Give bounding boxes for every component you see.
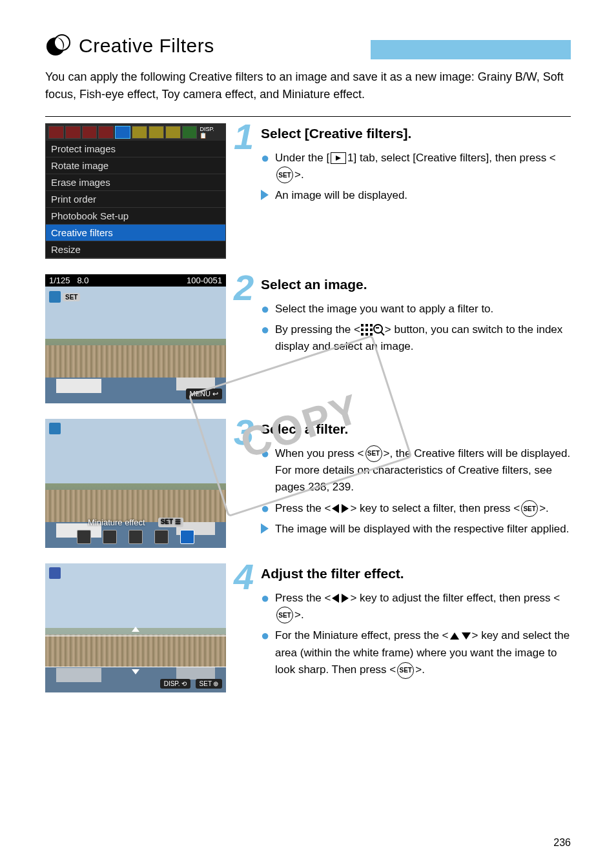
menu-item: Photobook Set-up: [46, 208, 225, 225]
screenshot-menu: DISP. 📋 Protect images Rotate image Eras…: [45, 123, 226, 259]
page-number: 236: [553, 837, 571, 849]
menu-tab-active: [115, 126, 130, 139]
bullet-text: Select the image you want to apply a fil…: [275, 301, 493, 318]
svg-marker-2: [336, 156, 341, 161]
set-button-icon: SET: [397, 662, 414, 679]
disp-label: DISP. 📋: [200, 126, 223, 139]
bullet-icon: ●: [261, 590, 270, 624]
bullet-icon: ●: [261, 150, 270, 184]
set-button-icon: SET: [276, 607, 293, 623]
bullet-icon: ●: [261, 321, 270, 356]
svg-point-1: [54, 35, 70, 50]
filter-badge-icon: [49, 291, 61, 303]
playback-icon: [331, 152, 346, 164]
filter-option-icon: [103, 530, 117, 544]
filter-option-icon: [128, 530, 143, 544]
step-title: Select an image.: [261, 274, 571, 296]
section-divider: [45, 116, 571, 117]
svg-marker-3: [261, 190, 269, 200]
up-key-icon: [450, 632, 459, 640]
step-title: Adjust the filter effect.: [261, 563, 571, 585]
menu-item: Resize: [46, 241, 225, 258]
set-button-icon: SET: [276, 167, 293, 183]
screenshot-select-image: 1/125 8.0 100-0051 SET MENU ↩: [45, 274, 226, 403]
step-3: Miniature effect SET ☰ 3 Select a filter…: [45, 419, 571, 548]
step-number: 1: [234, 121, 253, 153]
menu-item-selected: Creative filters: [46, 225, 225, 241]
result-arrow-icon: [261, 188, 270, 205]
step-number: 2: [234, 272, 253, 304]
screenshot-filter-select: Miniature effect SET ☰: [45, 419, 226, 548]
bullet-icon: ●: [261, 445, 270, 496]
step-number: 3: [234, 416, 253, 449]
menu-tab: [98, 126, 114, 139]
left-key-icon: [332, 594, 339, 603]
menu-tab: [165, 126, 181, 139]
menu-tab: [149, 126, 164, 139]
frame-up-icon: [132, 627, 139, 632]
set-button-icon: SET: [365, 445, 382, 462]
bullet-text: For the Miniature effect, press the <> k…: [275, 627, 571, 678]
bullet-icon: ●: [261, 627, 270, 678]
left-key-icon: [332, 504, 339, 513]
menu-tab: [48, 126, 64, 139]
right-key-icon: [342, 594, 349, 603]
bullet-text: By pressing the <> button, you can switc…: [275, 321, 571, 356]
disp-button-label: DISP. ⟲: [160, 679, 190, 689]
photo-info-bar: 1/125 8.0 100-0051: [45, 274, 226, 287]
filter-option-icon: [154, 530, 169, 544]
step-title: Select [Creative filters].: [261, 123, 571, 145]
bullet-text: Press the <> key to adjust the filter ef…: [275, 590, 571, 624]
set-badge: SET: [63, 293, 80, 301]
menu-item: Rotate image: [46, 157, 225, 174]
header-accent-bar: [371, 40, 571, 59]
page-title: Creative Filters: [79, 35, 214, 57]
down-key-icon: [462, 632, 471, 640]
menu-tabs: DISP. 📋: [46, 124, 225, 141]
bullet-text: The image will be displayed with the res…: [275, 521, 569, 539]
menu-back-label: MENU ↩: [186, 389, 222, 399]
set-badge: SET ☰: [158, 518, 183, 527]
set-button-icon: SET: [521, 500, 538, 517]
screenshot-miniature-adjust: DISP. ⟲ SET ⊕: [45, 563, 226, 692]
bullet-icon: ●: [261, 500, 270, 518]
filter-option-selected-icon: [180, 530, 194, 544]
set-button-label: SET ⊕: [196, 679, 222, 689]
menu-item: Print order: [46, 191, 225, 208]
menu-item: Protect images: [46, 141, 225, 157]
frame-down-icon: [132, 669, 139, 674]
step-2: 1/125 8.0 100-0051 SET MENU ↩ 2 Select a…: [45, 274, 571, 403]
index-icon: [361, 324, 373, 336]
filter-option-icon: [77, 530, 91, 544]
result-arrow-icon: [261, 522, 270, 539]
creative-filters-icon: [45, 32, 72, 59]
step-number: 4: [234, 561, 253, 593]
bullet-text: Under the [1] tab, select [Creative filt…: [275, 150, 571, 184]
step-4: DISP. ⟲ SET ⊕ 4 Adjust the filter effect…: [45, 563, 571, 692]
zoom-out-icon: [373, 324, 385, 336]
menu-tab: [65, 126, 81, 139]
step-title: Select a filter.: [261, 419, 571, 440]
bullet-icon: ●: [261, 301, 270, 318]
menu-tab: [82, 126, 98, 139]
bullet-text: Press the <> key to select a filter, the…: [275, 500, 549, 518]
intro-text: You can apply the following Creative fil…: [45, 68, 571, 103]
filter-name-label: Miniature effect: [88, 518, 145, 527]
menu-tab: [132, 126, 147, 139]
filter-badge-icon: [49, 423, 61, 434]
step-1: DISP. 📋 Protect images Rotate image Eras…: [45, 123, 571, 259]
menu-item: Erase images: [46, 174, 225, 191]
right-key-icon: [342, 504, 349, 513]
svg-marker-4: [261, 523, 269, 534]
miniature-badge-icon: [49, 567, 61, 579]
menu-tab: [182, 126, 198, 139]
bullet-text: When you press <SET>, the Creative filte…: [275, 445, 571, 496]
bullet-text: An image will be displayed.: [275, 187, 407, 205]
